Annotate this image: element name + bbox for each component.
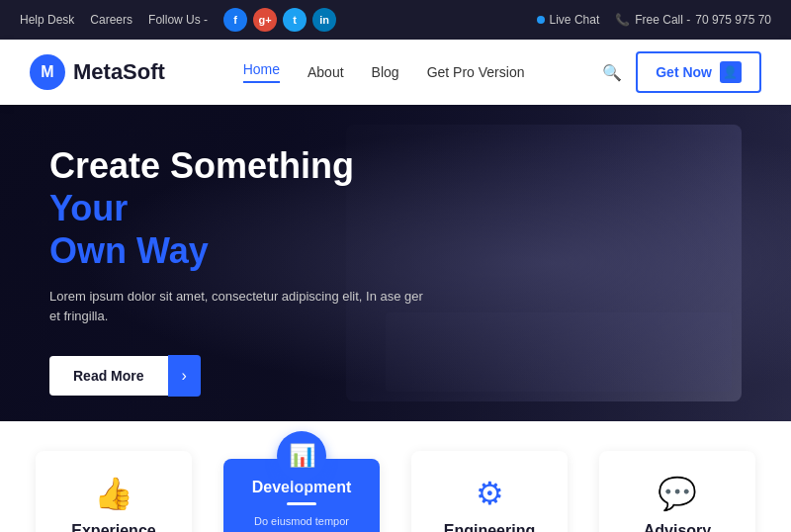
hero-title-highlight: Your — [49, 188, 128, 228]
help-desk-link[interactable]: Help Desk — [20, 13, 74, 27]
engineering-card-wrapper: ⚙ Engineering — [403, 451, 575, 532]
cards-section: 👍 Experience 📊 Development Do eiusmod te… — [0, 421, 791, 532]
top-bar-left: Help Desk Careers Follow Us - f g+ t in — [20, 8, 336, 32]
logo[interactable]: M MetaSoft — [30, 54, 165, 90]
read-more-button[interactable]: Read More › — [49, 355, 425, 397]
development-divider — [287, 502, 316, 505]
live-chat-link[interactable]: Live Chat — [537, 13, 600, 27]
nav-get-pro[interactable]: Get Pro Version — [427, 64, 525, 80]
top-bar: Help Desk Careers Follow Us - f g+ t in … — [0, 0, 791, 40]
twitter-icon[interactable]: t — [283, 8, 307, 32]
experience-card-wrapper: 👍 Experience — [28, 451, 200, 532]
hero-title-part1: Create Something — [49, 145, 354, 186]
linkedin-icon[interactable]: in — [312, 8, 336, 32]
nav-blog[interactable]: Blog — [372, 64, 399, 80]
engineering-card: ⚙ Engineering — [411, 451, 568, 532]
logo-letter: M — [41, 63, 53, 81]
development-card-wrapper: 📊 Development Do eiusmod tempor incididu… — [216, 431, 388, 532]
nav-home[interactable]: Home — [243, 61, 280, 83]
experience-card: 👍 Experience — [36, 451, 192, 532]
logo-text: MetaSoft — [73, 59, 165, 85]
advisory-title: Advisory — [615, 522, 740, 532]
nav-right: 🔍 Get Now 👤 — [602, 51, 761, 93]
careers-link[interactable]: Careers — [90, 13, 132, 27]
logo-icon: M — [30, 54, 65, 90]
free-call-info: 📞 Free Call - 70 975 975 70 — [615, 13, 771, 27]
read-more-arrow-icon: › — [168, 355, 201, 397]
get-now-label: Get Now — [656, 64, 712, 80]
phone-icon: 📞 — [615, 13, 630, 27]
hero-subtitle: Lorem ipsum dolor sit amet, consectetur … — [49, 287, 425, 328]
development-desc: Do eiusmod tempor incididunt ut labore e… — [239, 513, 364, 532]
hero-section: Create Something Your Own Way Lorem ipsu… — [0, 105, 791, 421]
engineering-title: Engineering — [427, 522, 552, 532]
engineering-icon: ⚙ — [427, 475, 552, 512]
search-button[interactable]: 🔍 — [602, 63, 622, 82]
top-bar-right: Live Chat 📞 Free Call - 70 975 975 70 — [537, 13, 771, 27]
live-chat-label: Live Chat — [550, 13, 600, 27]
advisory-card-wrapper: 💬 Advisory — [591, 451, 763, 532]
hero-title: Create Something Your Own Way — [49, 144, 425, 273]
nav-about[interactable]: About — [308, 64, 344, 80]
free-call-label: Free Call - — [635, 13, 690, 27]
read-more-label: Read More — [49, 356, 168, 396]
nav-links: Home About Blog Get Pro Version — [243, 61, 525, 83]
follow-us-label: Follow Us - — [148, 13, 208, 27]
social-icons: f g+ t in — [223, 8, 336, 32]
hero-title-part2: Own Way — [49, 230, 209, 271]
development-title: Development — [239, 479, 364, 496]
advisory-card: 💬 Advisory — [599, 451, 755, 532]
google-plus-icon[interactable]: g+ — [253, 8, 277, 32]
development-bubble-icon: 📊 — [277, 431, 326, 481]
user-icon: 👤 — [720, 61, 742, 83]
free-call-number: 70 975 975 70 — [695, 13, 771, 27]
get-now-button[interactable]: Get Now 👤 — [636, 51, 761, 93]
facebook-icon[interactable]: f — [223, 8, 247, 32]
experience-icon: 👍 — [51, 475, 176, 512]
hero-content: Create Something Your Own Way Lorem ipsu… — [49, 144, 425, 397]
live-chat-dot — [537, 16, 545, 24]
advisory-icon: 💬 — [615, 475, 740, 512]
experience-title: Experience — [51, 522, 176, 532]
navbar: M MetaSoft Home About Blog Get Pro Versi… — [0, 40, 791, 105]
